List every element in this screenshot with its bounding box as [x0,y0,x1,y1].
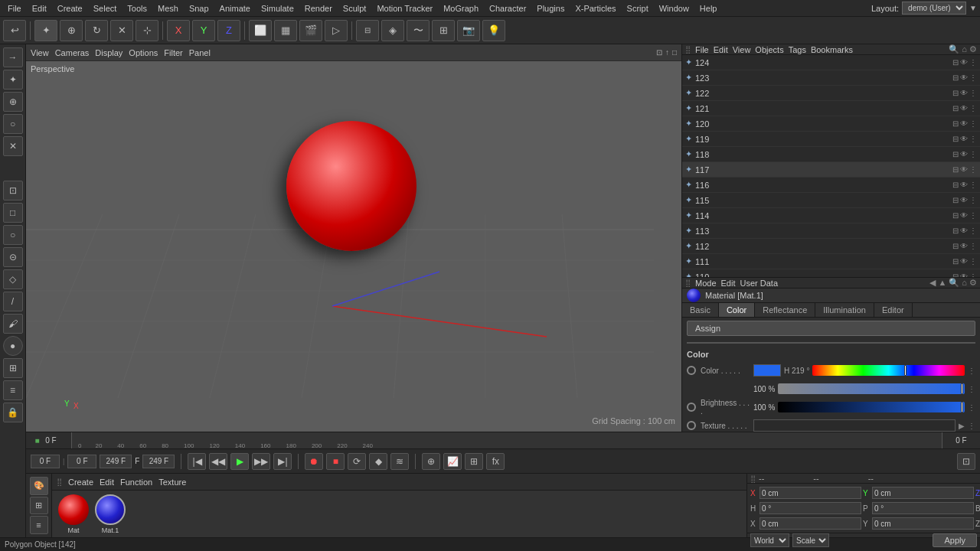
rotate-tool-button[interactable]: ↻ [85,20,108,41]
left-tool-cube[interactable]: □ [3,203,23,223]
ol-dots-icon-4[interactable]: ⋮ [969,104,977,112]
mat-side-icon-3[interactable]: ≡ [30,516,48,534]
ol-dots-icon-13[interactable]: ⋮ [969,242,977,250]
menu-simulate[interactable]: Simulate [256,2,299,15]
vp-cameras-menu[interactable]: Cameras [55,48,90,57]
brightness-slider-container[interactable] [778,402,965,412]
ol-item-115[interactable]: ✦ 115 ⊟ 👁 ⋮ [682,193,980,208]
world-select[interactable]: World Object [750,533,789,547]
menu-plugins[interactable]: Plugins [532,2,569,15]
spline-button[interactable]: 〜 [407,20,430,41]
left-tool-layers[interactable]: ≡ [3,380,23,400]
left-tool-sphere[interactable]: ○ [3,225,23,245]
ol-home-icon[interactable]: ⌂ [962,44,967,54]
ol-settings-icon[interactable]: ⚙ [969,44,977,54]
coord-h-input[interactable] [760,502,861,514]
ol-item-123[interactable]: ✦ 123 ⊟ 👁 ⋮ [682,70,980,86]
coord-p-input[interactable] [872,502,974,514]
ol-dots-icon-11[interactable]: ⋮ [969,211,977,220]
ol-objects-menu[interactable]: Objects [755,45,783,54]
viewport[interactable]: View Cameras Display Options Filter Pane… [26,44,681,432]
left-tool-arrow[interactable]: → [3,47,23,67]
select-tool-button[interactable]: ✦ [34,20,57,41]
sat-radio[interactable] [687,384,696,393]
stop-button[interactable]: ■ [326,453,345,470]
ol-eye-icon-9[interactable]: 👁 [960,181,968,189]
mp-home-icon[interactable]: ⌂ [962,278,967,288]
left-tool-circle[interactable]: ● [3,336,23,356]
ol-checkered-icon-14[interactable]: ⊟ [952,257,959,266]
mat-tab-editor[interactable]: Editor [874,303,913,317]
timeline-start-input[interactable] [40,436,63,445]
left-tool-scale[interactable]: ✕ [3,136,23,156]
mp-userdata-menu[interactable]: User Data [740,279,779,288]
poly-button[interactable]: ◈ [381,20,404,41]
left-tool-ruler[interactable]: / [3,292,23,311]
scale-tool-button[interactable]: ✕ [110,20,133,41]
color-swatch[interactable] [753,364,781,377]
ol-search-icon[interactable]: 🔍 [949,44,959,54]
scale-select[interactable]: Scale [792,533,829,547]
mat-tab-basic[interactable]: Basic [682,303,719,317]
ol-eye-icon-8[interactable]: 👁 [960,165,968,174]
render-region-button[interactable]: ▦ [274,20,297,41]
menu-motion-tracker[interactable]: Motion Tracker [372,2,437,15]
ol-eye-icon-14[interactable]: 👁 [960,257,968,266]
assign-button[interactable]: Assign [687,321,975,336]
coord-sy-input[interactable] [872,517,974,530]
left-tool-move[interactable]: ⊕ [3,92,23,112]
vp-view-menu[interactable]: View [31,48,49,57]
light-button[interactable]: 💡 [482,20,505,41]
mat-side-icon-2[interactable]: ⊞ [30,497,48,515]
fx-button[interactable]: fx [486,453,505,470]
left-tool-lock[interactable]: 🔒 [3,403,23,422]
timeline-ruler[interactable]: 0 20 40 60 80 100 120 140 160 180 200 22… [72,432,942,449]
left-tool-grid[interactable]: ⊞ [3,358,23,378]
hue-slider-container[interactable] [812,365,965,376]
ol-checkered-icon-11[interactable]: ⊟ [952,211,959,220]
mp-mode-menu[interactable]: Mode [695,279,717,288]
record-button[interactable]: 🎬 [299,20,322,41]
vp-icon-3[interactable]: □ [672,48,677,57]
menu-sculpt[interactable]: Sculpt [338,2,371,15]
undo-button[interactable]: ↩ [3,20,26,41]
motion-button[interactable]: ⊕ [422,453,440,470]
menu-help[interactable]: Help [695,2,722,15]
menu-create[interactable]: Create [53,2,87,15]
menu-window[interactable]: Window [655,2,694,15]
left-tool-light[interactable]: ◇ [3,269,23,289]
mat-tab-reflectance[interactable]: Reflectance [755,303,815,317]
menu-tools[interactable]: Tools [122,2,152,15]
ol-file-menu[interactable]: File [695,45,709,54]
ol-item-110[interactable]: ✦ 110 ⊟ 👁 ⋮ [682,269,980,277]
camera-button[interactable]: 📷 [457,20,480,41]
layout-expand-icon[interactable]: ▼ [969,4,977,12]
ol-checkered-icon-4[interactable]: ⊟ [952,104,959,112]
ol-checkered-icon-10[interactable]: ⊟ [952,196,959,204]
menu-select[interactable]: Select [89,2,122,15]
vp-filter-menu[interactable]: Filter [164,48,182,57]
ol-checkered-icon-7[interactable]: ⊟ [952,150,959,158]
ol-eye-icon-13[interactable]: 👁 [960,242,968,250]
coord-sx-input[interactable] [760,517,861,530]
ol-item-113[interactable]: ✦ 113 ⊟ 👁 ⋮ [682,223,980,239]
brightness-slider-thumb[interactable] [961,402,963,412]
hue-slider-thumb[interactable] [904,365,906,376]
ol-item-116[interactable]: ✦ 116 ⊟ 👁 ⋮ [682,178,980,193]
dope-button[interactable]: ⊞ [465,453,483,470]
mat-side-icon-1[interactable]: 🎨 [30,477,48,495]
mat-function-menu[interactable]: Function [120,478,152,487]
ol-edit-menu[interactable]: Edit [714,45,728,54]
ol-checkered-icon[interactable]: ⊟ [952,58,959,67]
frame-field-249[interactable] [100,455,132,468]
next-frame-button[interactable]: ▶▶ [252,453,270,470]
vp-panel-menu[interactable]: Panel [189,48,211,57]
texture-radio[interactable] [687,421,696,430]
ol-dots-icon[interactable]: ⋮ [969,58,977,67]
color-radio[interactable] [687,366,696,375]
frame-input-2[interactable] [67,455,96,468]
coord-x-input[interactable] [760,487,861,499]
ol-checkered-icon-6[interactable]: ⊟ [952,135,959,143]
left-tool-rotate[interactable]: ○ [3,114,23,134]
play-button[interactable]: ▶ [230,453,249,470]
